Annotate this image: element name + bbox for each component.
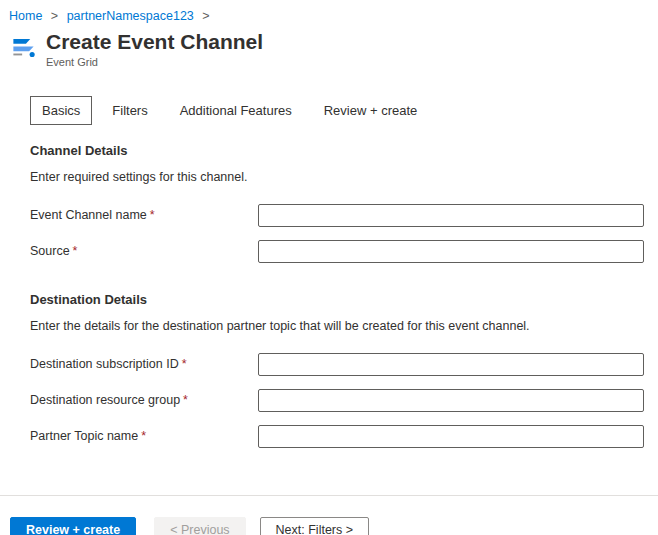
breadcrumb: Home > partnerNamespace123 >: [0, 0, 658, 23]
required-marker: *: [73, 244, 78, 258]
destination-subscription-id-label-text: Destination subscription ID: [30, 357, 179, 371]
destination-subscription-id-label: Destination subscription ID*: [30, 357, 258, 371]
breadcrumb-separator: >: [51, 9, 58, 23]
form-row-partner-topic-name: Partner Topic name*: [30, 423, 658, 449]
form-row-event-channel-name: Event Channel name*: [30, 202, 658, 228]
breadcrumb-partner-namespace-link[interactable]: partnerNamespace123: [67, 9, 194, 23]
channel-details-heading: Channel Details: [30, 143, 658, 158]
source-label-text: Source: [30, 244, 70, 258]
required-marker: *: [150, 208, 155, 222]
required-marker: *: [141, 429, 146, 443]
review-create-button[interactable]: Review + create: [10, 517, 136, 535]
event-channel-name-input[interactable]: [258, 204, 644, 227]
destination-resource-group-label-text: Destination resource group: [30, 393, 180, 407]
footer-action-bar: Review + create < Previous Next: Filters…: [0, 496, 658, 535]
destination-resource-group-input[interactable]: [258, 389, 644, 412]
destination-resource-group-label: Destination resource group*: [30, 393, 258, 407]
previous-button[interactable]: < Previous: [154, 517, 245, 535]
event-channel-name-label: Event Channel name*: [30, 208, 258, 222]
event-grid-icon: [10, 30, 40, 63]
partner-topic-name-input[interactable]: [258, 425, 644, 448]
form-row-destination-resource-group: Destination resource group*: [30, 387, 658, 413]
tab-bar: Basics Filters Additional Features Revie…: [30, 96, 658, 125]
page-subtitle: Event Grid: [46, 56, 263, 68]
partner-topic-name-label-text: Partner Topic name: [30, 429, 138, 443]
destination-details-heading: Destination Details: [30, 292, 658, 307]
page-title: Create Event Channel: [46, 30, 263, 54]
tab-review-create[interactable]: Review + create: [312, 96, 430, 125]
tab-additional-features[interactable]: Additional Features: [168, 96, 304, 125]
next-filters-button[interactable]: Next: Filters >: [260, 517, 369, 535]
source-label: Source*: [30, 244, 258, 258]
destination-details-description: Enter the details for the destination pa…: [30, 319, 628, 333]
form-row-destination-subscription-id: Destination subscription ID*: [30, 351, 658, 377]
event-channel-name-label-text: Event Channel name: [30, 208, 147, 222]
tab-basics[interactable]: Basics: [30, 96, 92, 125]
tab-filters[interactable]: Filters: [100, 96, 159, 125]
partner-topic-name-label: Partner Topic name*: [30, 429, 258, 443]
breadcrumb-separator: >: [202, 9, 209, 23]
channel-details-description: Enter required settings for this channel…: [30, 170, 628, 184]
required-marker: *: [182, 357, 187, 371]
breadcrumb-home-link[interactable]: Home: [9, 9, 42, 23]
required-marker: *: [183, 393, 188, 407]
destination-subscription-id-input[interactable]: [258, 353, 644, 376]
page-header: Create Event Channel Event Grid: [0, 23, 658, 68]
page-title-block: Create Event Channel Event Grid: [46, 30, 263, 68]
form-row-source: Source*: [30, 238, 658, 264]
source-input[interactable]: [258, 240, 644, 263]
